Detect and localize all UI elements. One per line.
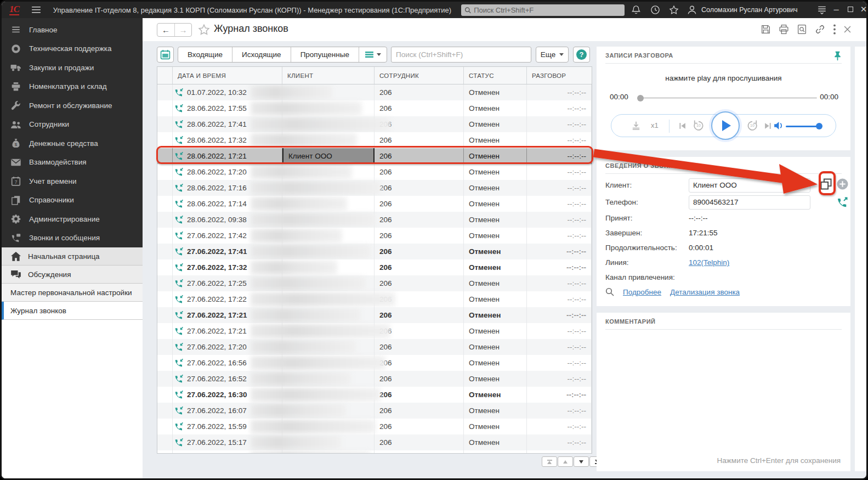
table-row[interactable]: 27.06.2022, 16:56206Отменен--:--:-- [157, 355, 592, 371]
favorite-star-icon[interactable] [198, 24, 210, 36]
table-row[interactable]: 27.06.2022, 13:43206Отменен--:--:-- [157, 450, 592, 453]
preview-icon[interactable] [797, 24, 807, 35]
volume-slider[interactable] [786, 126, 820, 127]
pushpin-icon[interactable] [833, 51, 842, 61]
table-row[interactable]: 27.06.2022, 16:30206Отменен--:--:-- [157, 387, 592, 403]
table-row[interactable]: 27.06.2022, 15:17206Отменен--:--:-- [157, 434, 592, 450]
sidebar-item-menu[interactable]: Главное [2, 20, 143, 39]
comment-panel[interactable]: КОММЕНТАРИЙ Нажмите Ctrl+Enter для сохра… [597, 313, 850, 471]
table-row[interactable]: 28.06.2022, 17:16206Отменен--:--:-- [157, 180, 592, 196]
table-search-input[interactable] [396, 50, 526, 59]
bell-icon[interactable] [631, 5, 641, 15]
main-menu-icon[interactable] [31, 6, 41, 14]
seek-slider[interactable] [638, 97, 817, 99]
forward-10-icon[interactable]: 10 [746, 120, 758, 132]
details-link[interactable]: Подробнее [623, 288, 661, 296]
filter-button-0[interactable]: Входящие [178, 47, 232, 62]
open-client-icon[interactable] [820, 178, 832, 190]
table-row[interactable]: 01.07.2022, 10:32206Отменен--:--:-- [157, 84, 592, 100]
more-button[interactable]: Еще [536, 47, 569, 63]
line-link[interactable]: 102(Telphin) [689, 258, 729, 267]
maximize-button[interactable] [845, 4, 856, 15]
column-header-icon[interactable] [157, 67, 173, 84]
table-row[interactable]: 28.06.2022, 17:55206Отменен--:--:-- [157, 100, 592, 116]
user-icon[interactable] [687, 5, 697, 15]
skip-end-icon[interactable] [764, 122, 772, 130]
table-row[interactable]: 28.06.2022, 17:32206Отменен--:--:-- [157, 132, 592, 148]
table-row[interactable]: 27.06.2022, 17:32206Отменен--:--:-- [157, 259, 592, 275]
sidebar-item-phone-message[interactable]: Звонки и сообщения [2, 229, 143, 248]
dial-phone-icon[interactable] [837, 196, 848, 208]
table-row[interactable]: 27.06.2022, 15:59206Отменен--:--:-- [157, 419, 592, 434]
table-row[interactable]: 28.06.2022, 17:14206Отменен--:--:-- [157, 196, 592, 212]
table-row[interactable]: 27.06.2022, 17:21206Отменен--:--:-- [157, 307, 592, 323]
global-search-input[interactable] [474, 6, 621, 14]
close-window-button[interactable]: ✕ [858, 4, 868, 15]
column-header-4[interactable]: РАЗГОВОР [527, 67, 592, 84]
table-row[interactable]: 27.06.2022, 17:21206Отменен--:--:-- [157, 323, 592, 339]
column-header-2[interactable]: СОТРУДНИК [375, 67, 464, 84]
help-button[interactable]: ? [573, 47, 590, 63]
volume-knob[interactable] [816, 123, 822, 129]
scroll-down-button[interactable] [574, 456, 589, 467]
forward-button[interactable]: → [174, 24, 191, 36]
close-page-icon[interactable] [844, 26, 851, 33]
table-row[interactable]: 28.06.2022, 09:38206Отменен--:--:-- [157, 212, 592, 228]
sidebar-item-mail[interactable]: Взаимодействия [2, 153, 143, 172]
seek-knob[interactable] [637, 95, 644, 101]
table-row[interactable]: 28.06.2022, 17:20206Отменен--:--:-- [157, 164, 592, 180]
skip-start-icon[interactable] [678, 122, 687, 130]
favorites-star-icon[interactable] [669, 5, 679, 15]
link-icon[interactable] [815, 24, 825, 35]
table-search[interactable] [391, 47, 531, 63]
sidebar-window-item-2[interactable]: Мастер первоначальной настройки [2, 284, 143, 302]
table-row[interactable]: 27.06.2022, 16:52206Отменен--:--:-- [157, 371, 592, 387]
replay-10-icon[interactable]: 10 [693, 120, 705, 132]
table-row[interactable]: 27.06.2022, 17:25206Отменен--:--:-- [157, 275, 592, 291]
sidebar-window-item-0[interactable]: Начальная страница [2, 247, 143, 266]
sidebar-item-gear[interactable]: Администрирование [2, 210, 143, 229]
history-icon[interactable] [650, 5, 660, 15]
call-detalization-link[interactable]: Детализация звонка [670, 288, 740, 296]
filter-button-1[interactable]: Исходящие [232, 47, 291, 62]
sidebar-item-tools[interactable]: Ремонт и обслуживание [2, 96, 143, 115]
sidebar-window-item-3[interactable]: Журнал звонков [2, 302, 143, 320]
table-row[interactable]: 28.06.2022, 17:41206Отменен--:--:-- [157, 116, 592, 132]
sidebar-item-truck[interactable]: Закупки и продажи [2, 58, 143, 77]
play-button[interactable] [711, 111, 740, 140]
sidebar-item-printer[interactable]: Номенклатура и склад [2, 77, 143, 97]
sidebar-item-books[interactable]: Справочники [2, 191, 143, 210]
client-input[interactable]: Клиент ООО… [689, 178, 810, 193]
scroll-up-button[interactable] [558, 456, 573, 467]
sidebar-item-money[interactable]: $ Денежные средства [2, 134, 143, 153]
download-icon[interactable] [631, 121, 641, 131]
calendar-picker-button[interactable] [157, 47, 174, 63]
column-header-1[interactable]: КЛИЕНТ [282, 67, 375, 84]
filter-button-2[interactable]: Пропущенные [291, 47, 359, 62]
table-row[interactable]: 27.06.2022, 17:20206Отменен--:--:-- [157, 339, 592, 355]
add-client-icon[interactable] [837, 178, 848, 190]
scroll-top-button[interactable] [542, 456, 557, 467]
print-icon[interactable] [779, 24, 789, 35]
back-button[interactable]: ← [157, 24, 174, 36]
table-row[interactable]: 28.06.2022, 17:21Клиент ООО206Отменен--:… [157, 148, 592, 164]
global-search[interactable] [461, 4, 625, 16]
volume-icon[interactable] [774, 121, 785, 130]
filter-menu-button[interactable] [359, 47, 387, 62]
phone-input[interactable]: 89004563217 [689, 195, 810, 210]
column-header-3[interactable]: СТАТУС [464, 67, 527, 84]
column-header-0[interactable]: ДАТА И ВРЕМЯ [173, 67, 282, 84]
more-vertical-icon[interactable] [833, 24, 836, 35]
table-row[interactable]: 27.06.2022, 17:41206Отменен--:--:-- [157, 244, 592, 259]
table-row[interactable]: 27.06.2022, 16:07206Отменен--:--:-- [157, 403, 592, 419]
panel-scrollbar[interactable] [855, 47, 866, 471]
service-menu-icon[interactable] [817, 5, 827, 15]
minimize-button[interactable]: ─ [831, 4, 842, 15]
sidebar-item-calendar[interactable]: 7 Учет времени [2, 172, 143, 191]
table-row[interactable]: 27.06.2022, 17:42206Отменен--:--:-- [157, 228, 592, 244]
save-icon[interactable] [761, 24, 771, 35]
sidebar-item-support[interactable]: Техническая поддержка [2, 39, 143, 59]
table-row[interactable]: 27.06.2022, 17:22206Отменен--:--:-- [157, 291, 592, 307]
sidebar-item-people[interactable]: Сотрудники [2, 115, 143, 134]
sidebar-window-item-1[interactable]: Обсуждения [2, 266, 143, 284]
